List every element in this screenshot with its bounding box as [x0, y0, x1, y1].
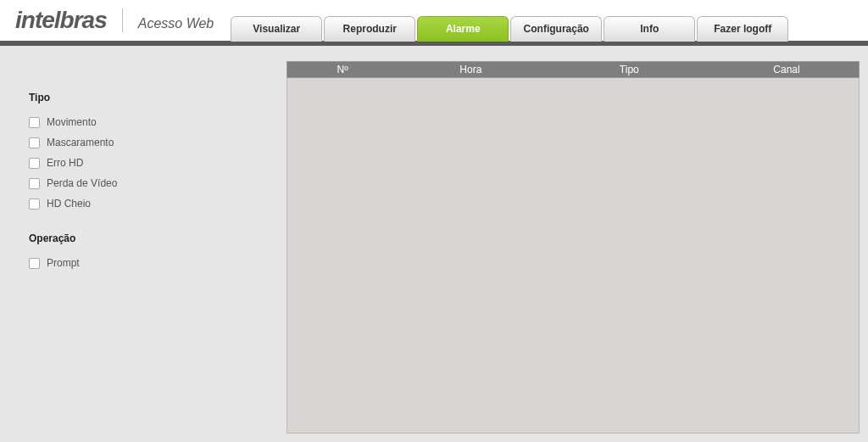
alarm-grid: Nº Hora Tipo Canal	[287, 61, 860, 434]
col-header-number[interactable]: Nº	[287, 64, 398, 76]
tab-info[interactable]: Info	[604, 16, 695, 42]
tab-logoff[interactable]: Fazer logoff	[697, 16, 788, 42]
checkbox-prompt[interactable]	[29, 258, 40, 269]
brand: intelbras Acesso Web	[15, 7, 214, 34]
filter-item-hd-cheio: HD Cheio	[29, 193, 271, 214]
operacao-list: Prompt	[29, 253, 271, 273]
filter-sidebar: Tipo Movimento Mascaramento Erro HD Perd…	[8, 61, 271, 434]
tab-visualizar[interactable]: Visualizar	[231, 16, 322, 42]
section-title-operacao: Operação	[29, 232, 271, 244]
filter-item-prompt: Prompt	[29, 253, 271, 273]
tab-configuracao[interactable]: Configuração	[510, 16, 602, 42]
filter-label: Perda de Vídeo	[47, 177, 117, 189]
filter-label: Movimento	[47, 116, 97, 128]
filter-label: Erro HD	[47, 157, 83, 169]
filter-label: Prompt	[47, 257, 80, 269]
grid-header: Nº Hora Tipo Canal	[287, 61, 860, 78]
checkbox-perda-video[interactable]	[29, 178, 40, 189]
tab-alarme[interactable]: Alarme	[417, 16, 509, 42]
col-header-hora[interactable]: Hora	[398, 64, 544, 76]
brand-tagline: Acesso Web	[138, 16, 214, 31]
top-bar: intelbras Acesso Web Visualizar Reproduz…	[0, 0, 868, 41]
checkbox-hd-cheio[interactable]	[29, 199, 40, 210]
tipo-list: Movimento Mascaramento Erro HD Perda de …	[29, 112, 271, 214]
filter-item-mascaramento: Mascaramento	[29, 132, 271, 153]
brand-tag-light: Web	[186, 16, 214, 31]
main-tabs: Visualizar Reproduzir Alarme Configuraçã…	[231, 15, 788, 41]
filter-item-erro-hd: Erro HD	[29, 153, 271, 173]
filter-label: HD Cheio	[47, 198, 91, 210]
checkbox-erro-hd[interactable]	[29, 158, 40, 169]
grid-body[interactable]	[287, 78, 860, 434]
col-header-canal[interactable]: Canal	[715, 64, 859, 76]
checkbox-movimento[interactable]	[29, 117, 40, 128]
col-header-tipo[interactable]: Tipo	[544, 64, 715, 76]
filter-label: Mascaramento	[47, 137, 114, 148]
tab-reproduzir[interactable]: Reproduzir	[324, 16, 415, 42]
filter-item-perda-video: Perda de Vídeo	[29, 173, 271, 193]
brand-logo: intelbras	[15, 7, 107, 34]
workspace: Tipo Movimento Mascaramento Erro HD Perd…	[0, 46, 868, 442]
brand-tag-strong: Acesso	[138, 16, 182, 31]
checkbox-mascaramento[interactable]	[29, 137, 40, 148]
brand-separator	[122, 8, 123, 32]
filter-item-movimento: Movimento	[29, 112, 271, 132]
section-title-tipo: Tipo	[29, 92, 271, 104]
